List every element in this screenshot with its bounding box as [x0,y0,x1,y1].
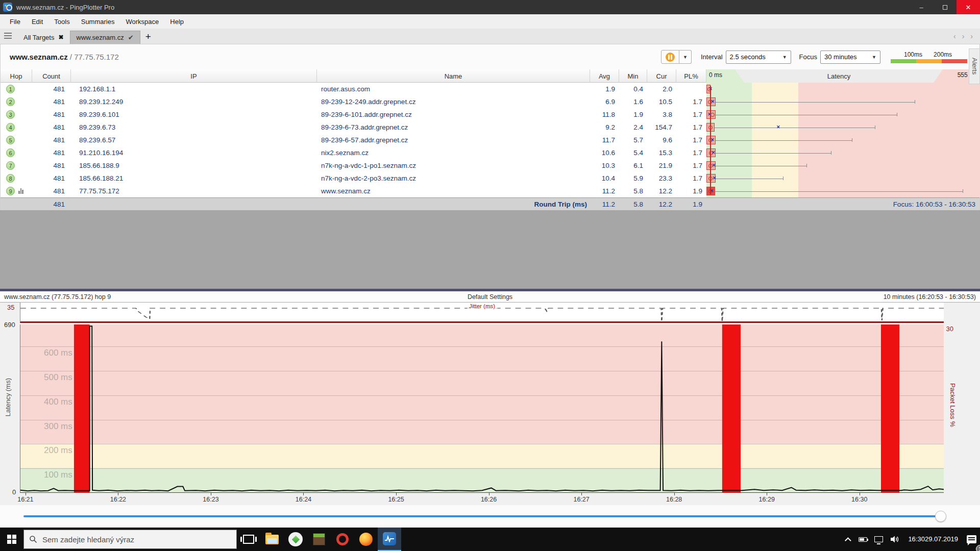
table-row[interactable]: 948177.75.75.172www.seznam.cz11.25.812.2… [1,185,979,197]
tab-close-icon[interactable]: ✖ [58,34,63,41]
cell-ip: 89.239.6.57 [71,134,317,146]
latency-legend: 100ms 200ms [891,51,967,63]
time-tick-label: 16:21 [17,496,33,503]
tab-nav-prev-icon[interactable]: ‹ [953,32,956,40]
cell-min: 2.4 [619,121,647,134]
file-explorer-button[interactable] [260,528,284,551]
windows-taskbar: Sem zadejte hledaný výraz 16:30 29.07.20… [0,528,980,551]
taskbar-search-input[interactable]: Sem zadejte hledaný výraz [23,530,237,549]
col-header-min[interactable]: Min [619,69,647,83]
tab-target[interactable]: www.seznam.cz ✔ [70,31,140,44]
tray-expand-button[interactable] [843,528,855,551]
col-header-latency[interactable]: 0 ms Latency 555 ms [706,69,980,83]
table-row[interactable]: 448189.239.6.7389-239-6-73.addr.grepnet.… [1,121,979,134]
menu-summaries[interactable]: Summaries [76,15,120,28]
interval-label: Interval [701,53,723,61]
col-header-cur[interactable]: Cur [647,69,676,83]
grid-ms-label: 200 ms [44,445,72,456]
cell-cur: 10.5 [647,95,676,108]
cell-cur: 23.3 [647,172,676,185]
task-view-button[interactable] [237,528,260,551]
cell-pl [676,83,706,95]
table-row[interactable]: 8481185.66.188.21n7k-ng-a-vdc-2-po3.sezn… [1,172,979,185]
route-trace-line [710,86,711,194]
time-tick-label: 16:28 [666,496,682,503]
pingplotter-taskbar-button[interactable] [378,528,401,551]
focus-range-label: Focus: 16:00:53 - 16:30:53 [706,198,980,211]
cell-latency-range: ✕ [706,108,980,121]
jitter-graph[interactable]: Jitter (ms) [20,303,944,323]
pause-button[interactable] [661,50,679,64]
cell-min: 5.4 [619,146,647,159]
time-tick-label: 16:29 [759,496,775,503]
hamburger-icon[interactable] [4,31,15,40]
cell-avg: 6.9 [590,95,619,108]
col-header-avg[interactable]: Avg [590,69,619,83]
close-button[interactable]: ✕ [957,0,980,14]
tab-all-targets-label: All Targets [23,34,54,41]
table-row[interactable]: 548189.239.6.5789-239-6-57.addr.grepnet.… [1,134,979,146]
sims-app-button[interactable] [284,528,307,551]
col-header-pl[interactable]: PL% [676,69,706,83]
summary-pl: 1.9 [676,198,706,211]
menu-help[interactable]: Help [164,15,189,28]
maximize-button[interactable] [933,0,957,14]
pause-dropdown-button[interactable]: ▼ [679,50,692,64]
col-header-ip[interactable]: IP [71,69,317,83]
add-tab-button[interactable]: + [140,31,156,42]
menu-bar: File Edit Tools Summaries Workspace Help [0,14,980,29]
cell-ip: 89.239.12.249 [71,95,317,108]
grid-ms-label: 100 ms [44,470,72,480]
cell-ip: 192.168.1.1 [71,83,317,95]
minimize-button[interactable]: – [910,0,933,14]
notification-icon [967,535,976,543]
col-header-count[interactable]: Count [32,69,71,83]
focus-label: Focus [799,53,817,61]
cell-latency-range: ✕ [706,185,980,197]
taskbar-clock[interactable]: 16:30 29.07.2019 [903,528,963,551]
cell-count: 481 [32,185,71,197]
start-button[interactable] [0,528,23,551]
opera-app-button[interactable] [331,528,354,551]
cell-pl: 1.7 [676,159,706,172]
battery-icon [859,537,867,542]
table-row[interactable]: 648191.210.16.194nix2.seznam.cz10.65.415… [1,146,979,159]
clock-time: 16:30 [908,535,925,543]
minecraft-app-button[interactable] [307,528,331,551]
table-row[interactable]: 248189.239.12.24989-239-12-249.addr.grep… [1,95,979,108]
menu-workspace[interactable]: Workspace [120,15,164,28]
focus-select[interactable]: 30 minutes ▼ [820,51,880,64]
battery-tray-button[interactable] [855,528,871,551]
network-tray-button[interactable] [871,528,887,551]
table-row[interactable]: 7481185.66.188.9n7k-ng-a-vdc-1-po1.sezna… [1,159,979,172]
menu-file[interactable]: File [4,15,26,28]
minecraft-grass-icon [313,533,325,545]
col-header-name[interactable]: Name [317,69,590,83]
firefox-app-button[interactable] [354,528,378,551]
row-chart-icon[interactable] [18,188,23,194]
cell-avg: 1.9 [590,83,619,95]
action-center-button[interactable]: 1 [963,528,980,551]
latency-timeline-graph[interactable]: 600 ms500 ms400 ms300 ms200 ms100 ms [20,324,944,493]
menu-edit[interactable]: Edit [26,15,48,28]
tab-nav-more-icon[interactable]: › [970,32,973,40]
cell-min: 5.7 [619,134,647,146]
tab-all-targets[interactable]: All Targets ✖ [17,31,70,44]
table-row[interactable]: 1481192.168.1.1router.asus.com1.90.42.0✕ [1,83,979,95]
tab-nav-next-icon[interactable]: › [962,32,965,40]
trace-table: Hop Count IP Name Avg Min Cur PL% 0 ms L… [0,69,980,210]
table-row[interactable]: 348189.239.6.10189-239-6-101.addr.grepne… [1,108,979,121]
summary-min: 5.8 [619,198,647,211]
volume-tray-button[interactable] [887,528,903,551]
col-header-hop[interactable]: Hop [1,69,32,83]
alerts-side-tab[interactable]: Alerts [969,48,980,84]
interval-select[interactable]: 2.5 seconds ▼ [726,51,791,64]
cell-cur: 2.0 [647,83,676,95]
menu-tools[interactable]: Tools [48,15,75,28]
summary-cur: 12.2 [647,198,676,211]
scrollbar-thumb[interactable] [935,511,946,522]
cell-name: 89-239-6-73.addr.grepnet.cz [317,121,590,134]
legend-100ms-label: 100ms [904,51,922,58]
scrollbar-track[interactable] [23,515,937,517]
summary-count: 481 [32,198,71,211]
